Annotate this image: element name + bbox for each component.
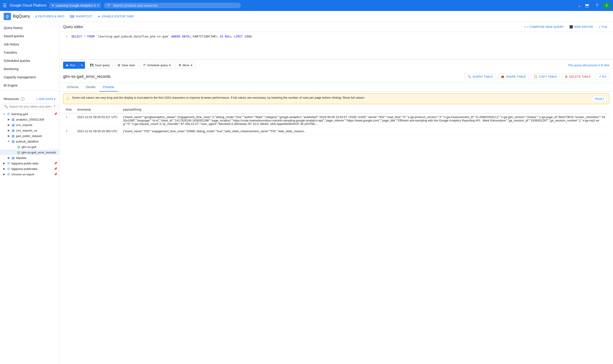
- table-header: gtm-ss-ga4_error_records 🔍 QUERY TABLE 📤…: [59, 71, 613, 83]
- sidebar-item-monitoring[interactable]: Monitoring: [0, 65, 59, 73]
- hide-editor-label: HIDE EDITOR: [574, 25, 593, 28]
- cloud-shell-icon[interactable]: ⬒: [583, 1, 591, 10]
- query-history-label: Query history: [4, 26, 23, 30]
- table-icon: ▤: [16, 151, 21, 154]
- tree-dataset-pubsub-dataflow[interactable]: ▾ ▦ pubsub_dataflow: [0, 139, 59, 144]
- tree-project-learning-ga4[interactable]: ▾ ⚙ learning-ga4 📌: [0, 111, 59, 117]
- pin-icon[interactable]: 📌: [54, 162, 57, 165]
- tree-table-gtm-ss-ga4-error[interactable]: ▤ gtm-ss-ga4_error_records: [0, 150, 59, 155]
- shortcut-link[interactable]: ⌨ SHORTCUT: [70, 15, 92, 18]
- tree-project-bigquery-publicdata[interactable]: ▶ ⚙ bigquery-publicdata 📌: [0, 166, 59, 171]
- dataset-icon: ▦: [11, 123, 15, 127]
- fullscreen-button[interactable]: ⤢ FUL: [597, 24, 609, 30]
- chevron-right-icon: ▶: [2, 167, 6, 170]
- search-resources-container[interactable]: 🔍 ?: [2, 104, 57, 109]
- data-table: Row timestamp payloadString 1 2021-12-01…: [63, 106, 609, 135]
- tree-dataset-crm-imports-us[interactable]: ▶ ▦ crm_imports_us: [0, 128, 59, 133]
- sidebar-item-capacity-management[interactable]: Capacity management: [0, 73, 59, 81]
- table-tabs: Schema Details Preview: [59, 83, 613, 91]
- share-table-button[interactable]: 📤 SHARE TABLE: [498, 73, 529, 80]
- sidebar-item-transfers[interactable]: Transfers: [0, 48, 59, 57]
- help-icon[interactable]: ?: [593, 1, 601, 10]
- export-label: EX: [602, 75, 606, 78]
- chevron-down-icon: ▾: [6, 140, 11, 143]
- run-dropdown[interactable]: ▾: [79, 62, 85, 69]
- main-layout: Query history Saved queries Job history …: [0, 22, 613, 364]
- col-header-row: Row: [63, 106, 75, 113]
- copy-table-button[interactable]: 📋 COPY TABLE: [531, 73, 560, 80]
- table-actions: 🔍 QUERY TABLE 📤 SHARE TABLE 📋 COPY TABLE…: [465, 73, 609, 80]
- hamburger-menu[interactable]: ☰: [3, 3, 7, 8]
- gtm-ss-ga4-label: gtm-ss-ga4: [22, 145, 57, 149]
- table-row: 1 2021-12-01 09:35:03.517 UTC {"event_na…: [63, 113, 609, 128]
- compose-label: + COMPOSE NEW QUERY: [527, 25, 564, 28]
- brand-name: Google Cloud Platform: [10, 3, 47, 8]
- chevron-right-icon: ▶: [2, 162, 6, 165]
- tree-project-chrome-ux[interactable]: ▶ ⚙ chrome-ux-report 📌: [0, 171, 59, 177]
- compose-new-query-button[interactable]: + + COMPOSE NEW QUERY: [522, 24, 566, 30]
- copy-table-label: COPY TABLE: [539, 75, 557, 78]
- ga4-public-label: ga4_public_dataset: [16, 134, 57, 138]
- tab-details[interactable]: Details: [82, 83, 99, 91]
- run-main[interactable]: ▶ Run: [63, 62, 79, 69]
- chevron-down-icon: ▾: [2, 112, 6, 116]
- add-data-button[interactable]: + ADD DATA ▾: [36, 97, 55, 101]
- query-table-button[interactable]: 🔍 QUERY TABLE: [465, 73, 496, 80]
- tree-dataset-ga4-public[interactable]: ▶ ▦ ga4_public_dataset: [0, 133, 59, 139]
- enable-editor-tabs-link[interactable]: ✦ ENABLE EDITOR TABS: [98, 15, 134, 18]
- export-button[interactable]: ↗ EX: [596, 73, 609, 80]
- query-info: This query will process 0 B whe: [568, 64, 609, 67]
- row-number: 1: [63, 113, 75, 128]
- pin-icon[interactable]: 📌: [54, 167, 57, 170]
- run-button[interactable]: ▶ Run ▾: [63, 62, 85, 69]
- sidebar-item-bi-engine[interactable]: BI Engine: [0, 81, 59, 90]
- run-label: Run: [70, 64, 75, 67]
- run-play-icon: ▶: [66, 64, 68, 67]
- pin-icon[interactable]: 📌: [54, 173, 57, 176]
- table-icon: ▤: [16, 145, 21, 149]
- global-search[interactable]: 🔍: [104, 3, 241, 8]
- delete-table-button[interactable]: 🗑 DELETE TABLE: [562, 73, 594, 80]
- save-query-button[interactable]: 💾 Save query: [87, 62, 113, 68]
- analytics-dataset-label: analytics_250021309: [16, 118, 57, 121]
- schedule-label: Schedule query: [147, 64, 168, 67]
- sidebar-divider: [0, 91, 59, 91]
- more-button[interactable]: ⚙ More ▾: [176, 62, 195, 68]
- resources-info-icon[interactable]: i: [21, 97, 25, 101]
- search-resources-input[interactable]: [9, 105, 52, 108]
- schedule-query-button[interactable]: ⏱ Schedule query ▾: [140, 62, 174, 68]
- hide-editor-button[interactable]: ⬛ HIDE EDITOR: [568, 24, 595, 30]
- tree-table-gtm-ss-ga4[interactable]: ▤ gtm-ss-ga4: [0, 144, 59, 150]
- search-help-icon[interactable]: ?: [54, 104, 55, 108]
- sidebar-item-query-history[interactable]: Query history: [0, 24, 59, 32]
- resources-section: Resources i + ADD DATA ▾ 🔍 ? ▾ ⚙: [0, 93, 59, 364]
- export-icon: ↗: [599, 75, 601, 78]
- expand-icon[interactable]: ⌄: [578, 3, 581, 8]
- project-selector[interactable]: ✦ Learning Google Analytics 4 ▾: [49, 3, 101, 8]
- gear-icon: ⚙: [178, 64, 181, 67]
- show-full-values-button[interactable]: Show f: [592, 96, 606, 102]
- save-view-button[interactable]: ⊞ Save view: [115, 62, 138, 68]
- tree-dataset-analytics[interactable]: ▶ ▦ analytics_250021309: [0, 117, 59, 122]
- gtm-ss-ga4-error-label: gtm-ss-ga4_error_records: [22, 151, 57, 154]
- pin-icon[interactable]: 📌: [54, 112, 57, 116]
- tab-schema[interactable]: Schema: [63, 83, 82, 91]
- search-input[interactable]: [113, 4, 237, 7]
- compose-icon: +: [524, 25, 526, 28]
- tree-dataset-tidydata[interactable]: ▶ ▦ tidydata: [0, 155, 59, 160]
- tree-dataset-crm-imports[interactable]: ▶ ▦ crm_imports: [0, 122, 59, 128]
- features-info-link[interactable]: ℹ FEATURES & INFO: [35, 15, 64, 18]
- query-table-label: QUERY TABLE: [473, 75, 493, 78]
- schedule-icon: ⏱: [143, 64, 146, 67]
- sql-code[interactable]: SELECT * FROM `learning-ga4.pubsub_dataf…: [71, 35, 252, 57]
- tab-preview[interactable]: Preview: [99, 83, 118, 91]
- avatar[interactable]: 9: [603, 2, 610, 9]
- tree-project-bigquery-public-data[interactable]: ▶ ⚙ bigquery-public-data 📌: [0, 160, 59, 166]
- sidebar-item-saved-queries[interactable]: Saved queries: [0, 32, 59, 40]
- code-editor[interactable]: 1 SELECT * FROM `learning-ga4.pubsub_dat…: [59, 32, 613, 59]
- pubsub-dataflow-label: pubsub_dataflow: [16, 140, 57, 143]
- job-history-label: Job history: [4, 42, 19, 46]
- dataset-icon: ▦: [11, 129, 15, 132]
- sidebar-item-scheduled-queries[interactable]: Scheduled queries: [0, 57, 59, 65]
- sidebar-item-job-history[interactable]: Job history: [0, 40, 59, 48]
